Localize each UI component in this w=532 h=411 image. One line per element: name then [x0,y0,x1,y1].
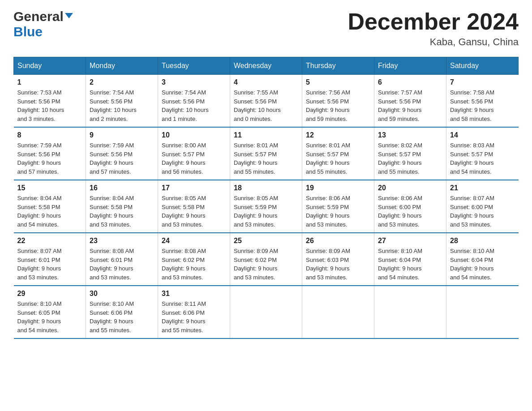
calendar-cell: 9 Sunrise: 7:59 AMSunset: 5:56 PMDayligh… [86,127,158,180]
day-number: 15 [17,184,82,192]
title-block: December 2024 Kaba, Gansu, China [348,9,519,48]
day-number: 3 [162,78,226,86]
calendar-cell: 1 Sunrise: 7:53 AMSunset: 5:56 PMDayligh… [14,75,86,128]
calendar-cell: 21 Sunrise: 8:07 AMSunset: 6:00 PMDaylig… [446,180,519,233]
calendar-cell: 13 Sunrise: 8:02 AMSunset: 5:57 PMDaylig… [374,127,446,180]
day-number: 13 [378,131,442,139]
calendar-cell: 15 Sunrise: 8:04 AMSunset: 5:58 PMDaylig… [14,180,86,233]
day-number: 16 [90,184,154,192]
day-number: 8 [17,131,82,139]
calendar-week-row: 15 Sunrise: 8:04 AMSunset: 5:58 PMDaylig… [14,180,519,233]
calendar-cell: 3 Sunrise: 7:54 AMSunset: 5:56 PMDayligh… [158,75,230,128]
day-info: Sunrise: 8:01 AMSunset: 5:57 PMDaylight:… [234,142,278,175]
day-number: 25 [234,237,298,245]
day-info: Sunrise: 8:07 AMSunset: 6:01 PMDaylight:… [17,248,62,281]
calendar-cell [374,286,446,338]
day-info: Sunrise: 8:01 AMSunset: 5:57 PMDaylight:… [306,142,350,175]
day-number: 21 [450,184,515,192]
day-number: 22 [17,237,82,245]
day-info: Sunrise: 7:58 AMSunset: 5:56 PMDaylight:… [450,89,494,122]
day-info: Sunrise: 7:55 AMSunset: 5:56 PMDaylight:… [234,89,281,122]
calendar-cell: 18 Sunrise: 8:05 AMSunset: 5:59 PMDaylig… [230,180,302,233]
calendar-cell [230,286,302,338]
day-number: 11 [234,131,298,139]
calendar-cell: 24 Sunrise: 8:08 AMSunset: 6:02 PMDaylig… [158,233,230,286]
day-number: 26 [306,237,370,245]
day-info: Sunrise: 8:02 AMSunset: 5:57 PMDaylight:… [378,142,422,175]
day-info: Sunrise: 8:10 AMSunset: 6:05 PMDaylight:… [17,300,62,334]
calendar-cell: 16 Sunrise: 8:04 AMSunset: 5:58 PMDaylig… [86,180,158,233]
page-title: December 2024 [348,9,519,34]
calendar-cell: 6 Sunrise: 7:57 AMSunset: 5:56 PMDayligh… [374,75,446,128]
calendar-week-row: 8 Sunrise: 7:59 AMSunset: 5:56 PMDayligh… [14,127,519,180]
day-info: Sunrise: 8:07 AMSunset: 6:00 PMDaylight:… [450,195,494,228]
calendar-cell: 29 Sunrise: 8:10 AMSunset: 6:05 PMDaylig… [14,286,86,338]
calendar-cell: 26 Sunrise: 8:09 AMSunset: 6:03 PMDaylig… [302,233,374,286]
calendar-cell: 5 Sunrise: 7:56 AMSunset: 5:56 PMDayligh… [302,75,374,128]
day-info: Sunrise: 8:08 AMSunset: 6:01 PMDaylight:… [90,248,134,281]
col-saturday: Saturday [446,57,519,75]
day-number: 9 [90,131,154,139]
col-wednesday: Wednesday [230,57,302,75]
col-thursday: Thursday [302,57,374,75]
day-number: 6 [378,78,442,86]
day-number: 14 [450,131,515,139]
day-info: Sunrise: 8:05 AMSunset: 5:58 PMDaylight:… [162,195,206,228]
day-number: 5 [306,78,370,86]
day-info: Sunrise: 8:00 AMSunset: 5:57 PMDaylight:… [162,142,206,175]
logo-blue-text: Blue [13,24,43,39]
page-header: General Blue December 2024 Kaba, Gansu, … [13,9,519,48]
calendar-cell: 4 Sunrise: 7:55 AMSunset: 5:56 PMDayligh… [230,75,302,128]
calendar-cell: 19 Sunrise: 8:06 AMSunset: 5:59 PMDaylig… [302,180,374,233]
day-info: Sunrise: 8:03 AMSunset: 5:57 PMDaylight:… [450,142,494,175]
day-number: 17 [162,184,226,192]
calendar-cell: 27 Sunrise: 8:10 AMSunset: 6:04 PMDaylig… [374,233,446,286]
day-info: Sunrise: 7:54 AMSunset: 5:56 PMDaylight:… [90,89,137,122]
day-info: Sunrise: 8:11 AMSunset: 6:06 PMDaylight:… [162,300,206,334]
day-info: Sunrise: 7:56 AMSunset: 5:56 PMDaylight:… [306,89,350,122]
calendar-cell: 14 Sunrise: 8:03 AMSunset: 5:57 PMDaylig… [446,127,519,180]
day-number: 18 [234,184,298,192]
day-info: Sunrise: 7:54 AMSunset: 5:56 PMDaylight:… [162,89,209,122]
calendar-cell: 8 Sunrise: 7:59 AMSunset: 5:56 PMDayligh… [14,127,86,180]
day-number: 20 [378,184,442,192]
day-info: Sunrise: 7:53 AMSunset: 5:56 PMDaylight:… [17,89,64,122]
day-info: Sunrise: 7:59 AMSunset: 5:56 PMDaylight:… [17,142,62,175]
day-info: Sunrise: 8:06 AMSunset: 6:00 PMDaylight:… [378,195,422,228]
day-number: 19 [306,184,370,192]
calendar-cell [302,286,374,338]
day-number: 10 [162,131,226,139]
day-info: Sunrise: 8:06 AMSunset: 5:59 PMDaylight:… [306,195,350,228]
day-info: Sunrise: 7:59 AMSunset: 5:56 PMDaylight:… [90,142,134,175]
day-number: 23 [90,237,154,245]
day-info: Sunrise: 8:09 AMSunset: 6:02 PMDaylight:… [234,248,278,281]
calendar-cell: 28 Sunrise: 8:10 AMSunset: 6:04 PMDaylig… [446,233,519,286]
calendar-cell: 2 Sunrise: 7:54 AMSunset: 5:56 PMDayligh… [86,75,158,128]
calendar-cell: 25 Sunrise: 8:09 AMSunset: 6:02 PMDaylig… [230,233,302,286]
day-info: Sunrise: 8:08 AMSunset: 6:02 PMDaylight:… [162,248,206,281]
col-monday: Monday [86,57,158,75]
calendar-header-row: Sunday Monday Tuesday Wednesday Thursday… [14,57,519,75]
calendar-week-row: 29 Sunrise: 8:10 AMSunset: 6:05 PMDaylig… [14,286,519,338]
calendar-cell: 20 Sunrise: 8:06 AMSunset: 6:00 PMDaylig… [374,180,446,233]
calendar-table: Sunday Monday Tuesday Wednesday Thursday… [13,57,519,339]
day-info: Sunrise: 8:09 AMSunset: 6:03 PMDaylight:… [306,248,350,281]
day-number: 29 [17,290,82,298]
day-number: 24 [162,237,226,245]
col-tuesday: Tuesday [158,57,230,75]
day-number: 28 [450,237,515,245]
calendar-cell: 17 Sunrise: 8:05 AMSunset: 5:58 PMDaylig… [158,180,230,233]
logo: General Blue [13,9,73,39]
day-number: 4 [234,78,298,86]
calendar-cell: 12 Sunrise: 8:01 AMSunset: 5:57 PMDaylig… [302,127,374,180]
day-info: Sunrise: 8:05 AMSunset: 5:59 PMDaylight:… [234,195,278,228]
calendar-cell: 23 Sunrise: 8:08 AMSunset: 6:01 PMDaylig… [86,233,158,286]
calendar-cell: 7 Sunrise: 7:58 AMSunset: 5:56 PMDayligh… [446,75,519,128]
col-sunday: Sunday [14,57,86,75]
day-info: Sunrise: 8:10 AMSunset: 6:04 PMDaylight:… [450,248,494,281]
day-number: 2 [90,78,154,86]
calendar-cell: 10 Sunrise: 8:00 AMSunset: 5:57 PMDaylig… [158,127,230,180]
calendar-week-row: 22 Sunrise: 8:07 AMSunset: 6:01 PMDaylig… [14,233,519,286]
calendar-cell: 30 Sunrise: 8:10 AMSunset: 6:06 PMDaylig… [86,286,158,338]
calendar-week-row: 1 Sunrise: 7:53 AMSunset: 5:56 PMDayligh… [14,75,519,128]
